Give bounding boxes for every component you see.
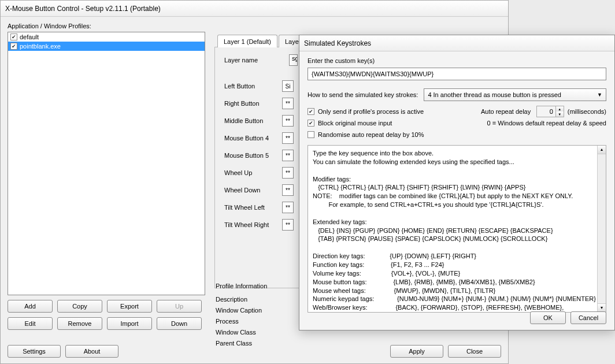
button-label: Left Button: [224, 83, 282, 90]
about-button[interactable]: About: [65, 345, 118, 358]
export-button[interactable]: Export: [107, 300, 152, 313]
only-send-label: Only send if profile's process is active: [318, 108, 424, 115]
how-send-dropdown[interactable]: 4 In another thread as mouse button is p…: [424, 88, 606, 101]
close-button[interactable]: Close: [448, 345, 501, 358]
button-label: Middle Button: [224, 117, 282, 124]
button-label: Mouse Button 5: [224, 152, 282, 159]
button-label: Tilt Wheel Left: [224, 204, 282, 211]
main-titlebar: X-Mouse Button Control - Setup v2.11.1 (…: [1, 1, 508, 17]
button-label: Right Button: [224, 100, 282, 107]
enter-keys-label: Enter the custom key(s): [308, 57, 606, 64]
ok-button[interactable]: OK: [530, 311, 566, 324]
profile-item-pointblank[interactable]: pointblank.exe: [8, 42, 205, 51]
profile-info: Profile Information Description Window C…: [216, 283, 267, 351]
tab-layer1[interactable]: Layer 1 (Default): [217, 35, 277, 47]
how-send-label: How to send the simulated key strokes:: [308, 91, 418, 98]
profile-list[interactable]: default pointblank.exe: [8, 32, 205, 295]
profile-item-default[interactable]: default: [8, 32, 205, 42]
settings-button[interactable]: Settings: [8, 345, 61, 358]
simulated-keystrokes-dialog: Simulated Keystrokes Enter the custom ke…: [299, 35, 615, 330]
scrollbar[interactable]: [597, 146, 606, 312]
button-label: Wheel Down: [224, 187, 282, 194]
profile-info-item: Description: [216, 296, 267, 307]
window-title: X-Mouse Button Control - Setup v2.11.1 (…: [5, 5, 161, 13]
auto-repeat-input[interactable]: [537, 106, 555, 117]
auto-repeat-spinner[interactable]: ▲▼: [536, 106, 564, 117]
profile-info-item: Process: [216, 318, 267, 329]
button-assign[interactable]: Si: [282, 80, 294, 92]
chevron-down-icon: ▼: [597, 92, 602, 98]
button-assign[interactable]: **: [282, 132, 294, 144]
remove-button[interactable]: Remove: [57, 317, 102, 330]
up-button[interactable]: Up: [157, 300, 202, 313]
layer-name-label: Layer name: [224, 57, 282, 64]
custom-keys-input[interactable]: {WAITMS30}{MWDN}{WAITMS30}{MWUP}: [308, 68, 606, 80]
checkbox-only-send[interactable]: [308, 108, 314, 115]
modal-titlebar[interactable]: Simulated Keystrokes: [299, 35, 614, 51]
help-text: Type the key sequence into the box above…: [313, 149, 601, 313]
checkbox-icon[interactable]: [10, 43, 17, 50]
block-label: Block original mouse input: [318, 120, 392, 127]
spin-up-icon[interactable]: ▲: [556, 106, 564, 112]
profile-info-item: Window Class: [216, 329, 267, 340]
profile-name: pointblank.exe: [20, 43, 61, 50]
checkbox-icon[interactable]: [10, 34, 17, 40]
profile-info-item: Window Caption: [216, 307, 267, 318]
add-button[interactable]: Add: [8, 300, 53, 313]
button-assign[interactable]: **: [282, 167, 294, 179]
button-label: Tilt Wheel Right: [224, 221, 282, 228]
layer-name-input[interactable]: sg: [289, 54, 298, 66]
checkbox-block[interactable]: [308, 120, 314, 127]
spin-down-icon[interactable]: ▼: [556, 112, 564, 117]
edit-button[interactable]: Edit: [8, 317, 53, 330]
cancel-button[interactable]: Cancel: [570, 311, 606, 324]
profile-name: default: [20, 34, 39, 40]
apply-button[interactable]: Apply: [390, 345, 443, 358]
button-label: Mouse Button 4: [224, 135, 282, 142]
modal-title: Simulated Keystrokes: [304, 39, 371, 47]
profile-info-header: Profile Information: [216, 283, 267, 294]
profile-info-item: Parent Class: [216, 340, 267, 351]
button-assign[interactable]: **: [282, 98, 294, 109]
button-assign[interactable]: **: [282, 150, 294, 161]
auto-repeat-label: Auto repeat delay: [481, 108, 531, 115]
down-button[interactable]: Down: [157, 317, 202, 330]
profiles-label: Application / Window Profiles:: [8, 23, 501, 29]
randomise-label: Randomise auto repeat delay by 10%: [318, 131, 424, 138]
zero-note: 0 = Windows default repeat delay & speed: [481, 117, 606, 129]
button-assign[interactable]: **: [282, 202, 294, 213]
button-assign[interactable]: **: [282, 219, 294, 231]
button-label: Wheel Up: [224, 169, 282, 176]
copy-button[interactable]: Copy: [57, 300, 102, 313]
import-button[interactable]: Import: [107, 317, 152, 330]
button-assign[interactable]: **: [282, 115, 294, 127]
button-assign[interactable]: **: [282, 184, 294, 196]
dropdown-value: 4 In another thread as mouse button is p…: [428, 91, 561, 98]
checkbox-randomise[interactable]: [308, 131, 314, 138]
help-text-box[interactable]: Type the key sequence into the box above…: [308, 145, 606, 313]
auto-repeat-unit: (milliseconds): [568, 108, 606, 115]
